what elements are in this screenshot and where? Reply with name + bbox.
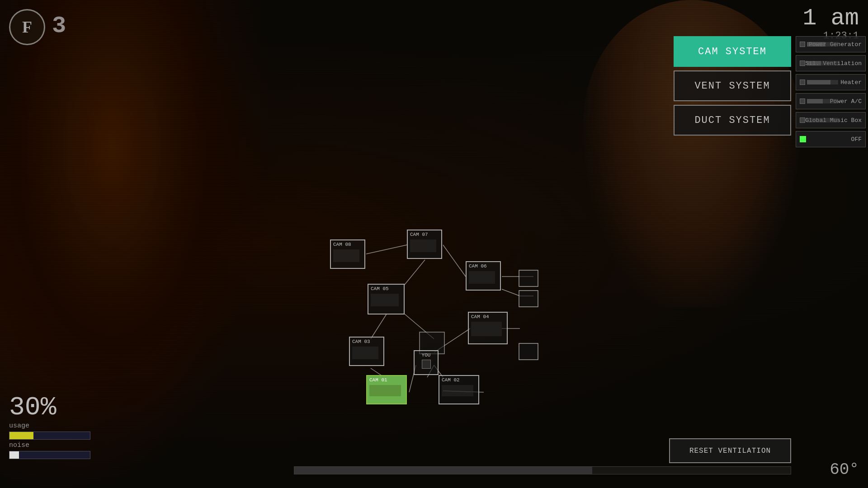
cam03-preview xyxy=(352,347,378,359)
global-music-box-bar xyxy=(807,118,838,122)
cam-system-button[interactable]: CAM SYSTEM xyxy=(674,36,791,67)
svg-line-7 xyxy=(371,314,387,339)
noise-bar-fill xyxy=(9,451,19,459)
panel-item-off[interactable]: OFF xyxy=(796,131,866,147)
cam-node-08[interactable]: CAM 08 xyxy=(330,239,365,269)
heater-label: Heater xyxy=(840,79,862,86)
noise-bar-container xyxy=(9,451,90,459)
power-generator-bar-fill xyxy=(807,42,826,47)
system-buttons: CAM SYSTEM VENT SYSTEM DUCT SYSTEM xyxy=(674,36,791,136)
cam01-preview xyxy=(369,385,401,396)
cam02-preview xyxy=(442,385,473,396)
usage-bar-container xyxy=(9,432,90,440)
freddy-letter: F xyxy=(22,18,32,37)
svg-line-5 xyxy=(502,289,520,296)
usage-label: usage xyxy=(9,422,90,430)
off-indicator xyxy=(800,136,806,142)
power-ac-bar xyxy=(807,99,838,103)
cam-node-05[interactable]: CAM 05 xyxy=(368,284,405,314)
svg-rect-18 xyxy=(519,343,538,360)
svg-line-0 xyxy=(366,245,407,254)
cam08-preview xyxy=(333,249,359,262)
cam06-preview xyxy=(469,271,495,284)
camera-map: CAM 08 CAM 07 CAM 06 CAM 05 CAM 04 CAM 0… xyxy=(294,217,565,434)
cam07-preview xyxy=(410,239,436,252)
you-label: YOU xyxy=(422,352,431,358)
power-generator-bar xyxy=(807,42,838,47)
svg-line-10 xyxy=(434,328,470,352)
panel-item-global-music-box[interactable]: Global Music Box xyxy=(796,112,866,128)
cam-node-07[interactable]: CAM 07 xyxy=(407,230,442,259)
power-ac-bar-fill xyxy=(807,99,823,103)
usage-bar-fill xyxy=(9,432,33,439)
you-node: YOU xyxy=(414,350,439,375)
heater-bar xyxy=(807,80,838,84)
you-indicator xyxy=(422,360,431,369)
right-panel: Power Generator Sil. Ventilation Heater … xyxy=(796,36,868,147)
sil-ventilation-bar-fill xyxy=(807,61,821,66)
sil-ventilation-bar xyxy=(807,61,838,66)
svg-line-2 xyxy=(405,260,425,285)
night-number: 3 xyxy=(52,13,66,39)
cam-node-06[interactable]: CAM 06 xyxy=(466,261,501,291)
cam-node-01[interactable]: CAM 01 xyxy=(366,375,407,404)
svg-rect-17 xyxy=(519,291,538,307)
bottom-scrollbar[interactable] xyxy=(294,466,791,474)
power-ac-indicator xyxy=(800,99,805,104)
power-percentage: 30% xyxy=(9,393,90,422)
temperature-display: 60° xyxy=(830,460,859,479)
cam-node-02[interactable]: CAM 02 xyxy=(439,375,479,404)
reset-ventilation-button[interactable]: RESET VENTILATION xyxy=(669,438,791,463)
panel-item-sil-ventilation[interactable]: Sil. Ventilation xyxy=(796,55,866,71)
noise-label: noise xyxy=(9,441,90,449)
duct-system-button[interactable]: DUCT SYSTEM xyxy=(674,105,791,136)
svg-line-8 xyxy=(405,314,434,339)
power-generator-indicator xyxy=(800,42,805,47)
time-hour: 1 am xyxy=(802,7,859,30)
panel-item-power-ac[interactable]: Power A/C xyxy=(796,93,866,109)
cam04-preview xyxy=(471,322,502,336)
sil-ventilation-indicator xyxy=(800,61,805,66)
vent-system-button[interactable]: VENT SYSTEM xyxy=(674,70,791,101)
bottom-scrollbar-fill xyxy=(294,467,592,474)
heater-bar-fill xyxy=(807,80,830,84)
power-section: 30% usage noise xyxy=(9,393,90,461)
heater-indicator xyxy=(800,80,805,85)
panel-item-heater[interactable]: Heater xyxy=(796,74,866,90)
cam-node-04[interactable]: CAM 04 xyxy=(468,312,508,344)
svg-line-1 xyxy=(443,245,466,277)
freddy-icon: F xyxy=(9,9,45,45)
off-label: OFF xyxy=(851,136,862,143)
svg-rect-16 xyxy=(519,270,538,286)
panel-item-power-generator[interactable]: Power Generator xyxy=(796,36,866,52)
global-music-box-indicator xyxy=(800,117,805,123)
cam05-preview xyxy=(371,294,399,306)
cam-node-03[interactable]: CAM 03 xyxy=(349,337,384,366)
